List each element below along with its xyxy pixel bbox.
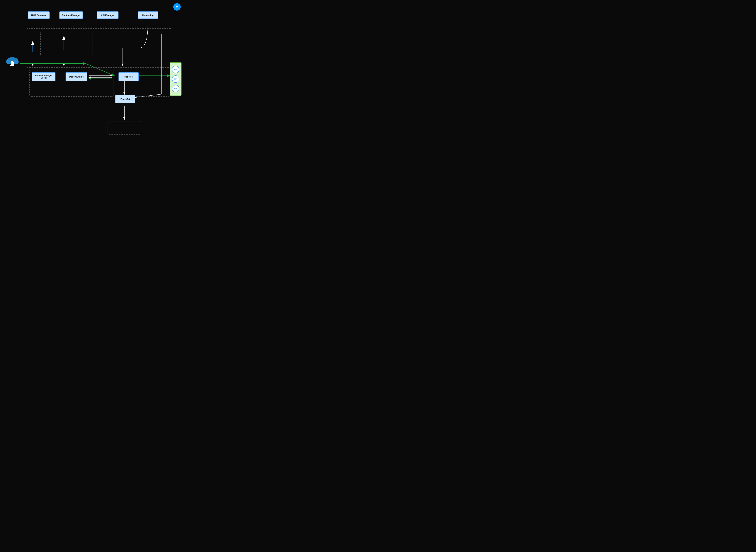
api-circle-1: API bbox=[172, 66, 179, 73]
diagram-container: UMP Deployer Runtime Manager API Manager… bbox=[0, 0, 189, 138]
fluent-bit-label: FluentBit bbox=[121, 98, 130, 101]
api-manager-box: API Manager bbox=[97, 11, 119, 19]
svg-text:M: M bbox=[175, 5, 179, 9]
monitoring-label: Monitoring bbox=[142, 14, 154, 16]
runtime-manager-box: Runtime Manager bbox=[59, 11, 83, 19]
monitoring-box: Monitoring bbox=[138, 11, 158, 19]
api-label-3: API bbox=[174, 88, 177, 90]
runtime-manager-client-box: Runtime Manager Client bbox=[32, 72, 55, 81]
ump-deployer-label: UMP Deployer bbox=[31, 14, 46, 16]
api-label-1: API bbox=[174, 68, 177, 71]
runtime-manager-client-label: Runtime Manager Client bbox=[35, 74, 52, 79]
policy-engine-box: Policy Engine bbox=[65, 72, 87, 81]
policies-label: Policies bbox=[124, 76, 133, 78]
runtime-manager-label: Runtime Manager bbox=[62, 14, 80, 16]
api-circle-3: API bbox=[172, 85, 179, 92]
api-manager-label: API Manager bbox=[101, 14, 114, 16]
api-group-box: API API API bbox=[170, 62, 182, 96]
policies-box: Policies bbox=[119, 72, 139, 81]
policy-engine-label: Policy Engine bbox=[69, 76, 83, 78]
inner-deploy-box bbox=[40, 32, 92, 56]
api-circle-2: API bbox=[172, 76, 179, 83]
output-box bbox=[108, 121, 141, 135]
cloud-user bbox=[5, 55, 20, 69]
svg-point-23 bbox=[11, 61, 13, 63]
ump-deployer-box: UMP Deployer bbox=[28, 11, 49, 19]
fluent-bit-box: FluentBit bbox=[115, 95, 135, 103]
m-logo-svg: M bbox=[173, 3, 181, 11]
m-logo: M bbox=[173, 3, 181, 11]
api-label-2: API bbox=[174, 78, 177, 80]
cloud-user-svg bbox=[5, 55, 20, 69]
